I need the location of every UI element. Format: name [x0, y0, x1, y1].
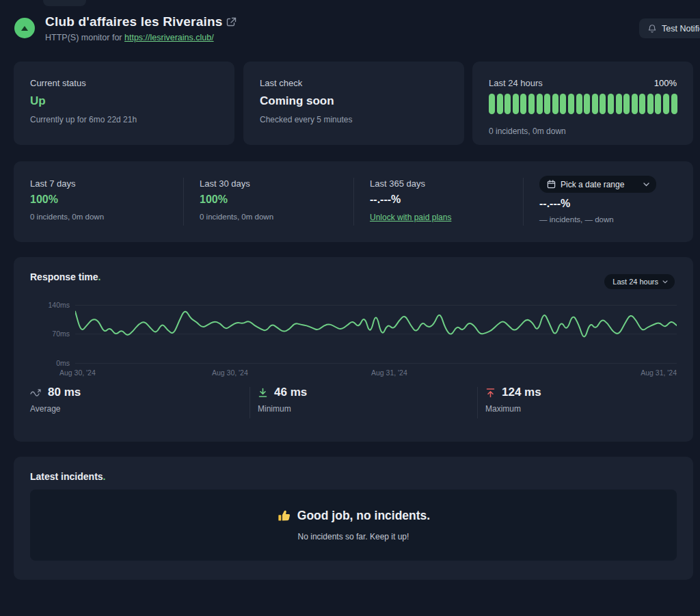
uptime-bar	[537, 94, 543, 114]
ytick-0ms: 0ms	[29, 359, 70, 367]
pick-date-range-label: Pick a date range	[561, 180, 624, 189]
uptime-bar	[497, 94, 503, 114]
last-check-value: Coming soon	[260, 94, 448, 108]
xtick-4: Aug 31, '24	[641, 369, 677, 377]
xtick-2: Aug 30, '24	[212, 369, 248, 377]
uptime-col-30d: Last 30 days 100% 0 incidents, 0m down	[183, 161, 353, 242]
current-status-value: Up	[30, 94, 218, 108]
uptime-bar	[584, 94, 590, 114]
xtick-3: Aug 31, '24	[371, 369, 407, 377]
uptime-bar	[639, 94, 645, 114]
no-incidents-box: Good job, no incidents. No incidents so …	[30, 490, 677, 561]
current-status-card: Current status Up Currently up for 6mo 2…	[14, 62, 234, 145]
uptime-7d-value: 100%	[30, 193, 58, 206]
current-status-label: Current status	[30, 78, 218, 88]
average-label: Average	[30, 404, 81, 414]
uptime-bar	[663, 94, 669, 114]
uptime-bar	[489, 94, 495, 114]
chevron-down-icon	[662, 280, 668, 284]
top-tab	[43, 0, 86, 6]
bell-icon	[647, 24, 657, 34]
arrow-down-min-icon	[258, 388, 268, 398]
monitor-subtitle: HTTP(S) monitor for https://lesriverains…	[45, 33, 214, 42]
ytick-140ms: 140ms	[29, 301, 70, 309]
no-incidents-text: Good job, no incidents.	[297, 509, 430, 523]
uptime-bar	[616, 94, 622, 114]
uptime-30d-value: 100%	[200, 193, 228, 206]
divider	[477, 387, 478, 418]
uptime-custom-caption: — incidents, — down	[539, 215, 614, 224]
response-time-line-chart	[75, 299, 677, 364]
uptime-bar	[528, 94, 535, 114]
test-notification-label: Test Notifica	[662, 24, 700, 34]
monitor-status-avatar	[14, 18, 35, 38]
last-24h-card: Last 24 hours 100% 0 incidents, 0m down	[472, 62, 693, 145]
stat-maximum: 124 ms Maximum	[485, 386, 541, 414]
minimum-label: Minimum	[258, 404, 307, 414]
last-24h-caption: 0 incidents, 0m down	[489, 126, 566, 136]
pick-date-range-button[interactable]: Pick a date range	[539, 176, 656, 193]
current-status-caption: Currently up for 6mo 22d 21h	[30, 115, 218, 124]
latest-incidents-title: Latest incidents.	[30, 471, 105, 482]
unlock-paid-plans-link[interactable]: Unlock with paid plans	[370, 213, 451, 222]
maximum-label: Maximum	[485, 404, 541, 414]
uptime-col-365d: Last 365 days --.---% Unlock with paid p…	[353, 161, 523, 242]
uptime-bar	[520, 94, 526, 114]
chart-range-label: Last 24 hours	[612, 278, 658, 286]
last-24h-percent: 100%	[654, 78, 677, 88]
average-wave-icon	[30, 388, 42, 398]
uptime-7d-caption: 0 incidents, 0m down	[30, 213, 104, 221]
ytick-70ms: 70ms	[29, 330, 70, 338]
uptime-bar	[600, 94, 606, 114]
uptime-bar	[568, 94, 574, 114]
uptime-bar	[560, 94, 566, 114]
uptime-bar	[671, 94, 677, 114]
average-value: 80 ms	[48, 386, 81, 399]
page-title: Club d'affaires les Riverains	[45, 14, 223, 29]
last-check-caption: Checked every 5 minutes	[260, 115, 448, 124]
up-arrow-icon	[21, 26, 28, 31]
uptime-365d-label: Last 365 days	[370, 178, 425, 189]
uptime-custom-value: --.---%	[539, 198, 570, 210]
uptime-ranges-card: Last 7 days 100% 0 incidents, 0m down La…	[14, 161, 693, 242]
response-time-title: Response time.	[30, 271, 100, 282]
last-24h-label: Last 24 hours	[489, 78, 543, 88]
last-check-label: Last check	[260, 78, 448, 88]
no-incidents-heading: Good job, no incidents.	[277, 509, 430, 523]
uptime-col-custom: Pick a date range --.---% — incidents, —…	[523, 161, 692, 242]
calendar-icon	[547, 180, 556, 189]
test-notification-button[interactable]: Test Notifica	[639, 18, 700, 38]
uptime-bar	[504, 94, 511, 114]
subtitle-prefix: HTTP(S) monitor for	[45, 33, 124, 42]
uptime-bar	[655, 94, 661, 114]
uptime-30d-label: Last 30 days	[200, 178, 250, 189]
minimum-value: 46 ms	[274, 386, 307, 399]
uptime-bar	[576, 94, 582, 114]
thumbs-up-icon	[277, 509, 291, 523]
status-page: Club d'affaires les Riverains HTTP(S) mo…	[0, 0, 700, 616]
uptime-bar	[608, 94, 614, 114]
uptime-bar	[632, 94, 638, 114]
uptime-365d-value: --.---%	[370, 193, 401, 206]
uptime-bar	[552, 94, 558, 114]
external-link-icon[interactable]	[226, 17, 237, 27]
last-check-card: Last check Coming soon Checked every 5 m…	[243, 62, 464, 145]
uptime-30d-caption: 0 incidents, 0m down	[200, 213, 273, 221]
divider	[250, 387, 250, 418]
no-incidents-subtext: No incidents so far. Keep it up!	[298, 532, 409, 541]
uptime-bar	[592, 94, 598, 114]
uptime-bar	[544, 94, 550, 114]
response-time-card: Response time. Last 24 hours 140ms 70ms …	[14, 257, 693, 442]
uptime-bars	[489, 94, 677, 114]
chevron-down-icon	[643, 183, 649, 187]
uptime-bar	[513, 94, 519, 114]
uptime-bar	[647, 94, 654, 114]
monitor-url-link[interactable]: https://lesriverains.club/	[124, 33, 214, 42]
chart-range-dropdown[interactable]: Last 24 hours	[604, 274, 675, 289]
uptime-7d-label: Last 7 days	[30, 178, 76, 189]
xtick-1: Aug 30, '24	[59, 369, 96, 377]
uptime-bar	[623, 94, 630, 114]
stat-minimum: 46 ms Minimum	[258, 386, 307, 414]
uptime-col-7d: Last 7 days 100% 0 incidents, 0m down	[14, 161, 183, 242]
arrow-up-max-icon	[485, 388, 496, 398]
